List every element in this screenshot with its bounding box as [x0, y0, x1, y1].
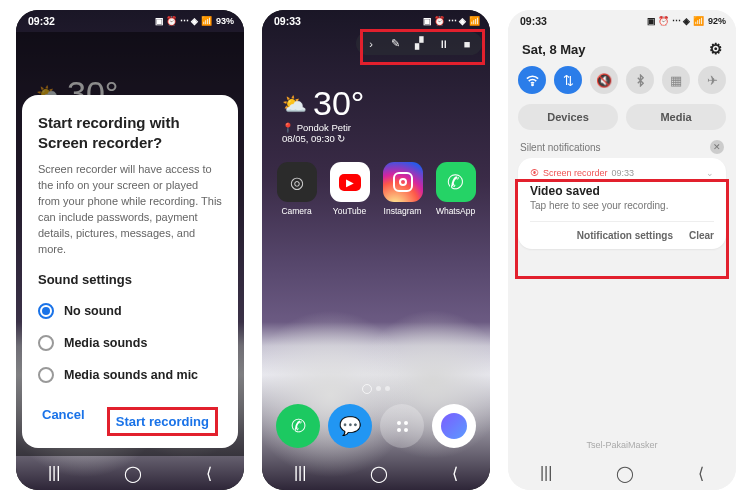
- home-page-dot: [362, 384, 372, 394]
- pause-icon[interactable]: ⏸: [436, 38, 450, 50]
- app-row: ◎ Camera ▶ YouTube Instagram ✆ WhatsApp: [262, 162, 490, 216]
- clear-button[interactable]: Clear: [689, 230, 714, 241]
- status-time: 09:33: [520, 15, 547, 27]
- pointer-icon[interactable]: ›: [364, 38, 378, 50]
- selfie-icon[interactable]: ▞: [412, 37, 426, 50]
- screen-recorder-dialog: Start recording with Screen recorder? Sc…: [22, 95, 238, 448]
- app-instagram[interactable]: Instagram: [379, 162, 427, 216]
- notif-body: Tap here to see your recording.: [530, 200, 714, 211]
- option-media-and-mic[interactable]: Media sounds and mic: [38, 359, 222, 391]
- nav-bar: ||| ◯ ⟨: [508, 456, 736, 490]
- nav-bar: ||| ◯ ⟨: [262, 456, 490, 490]
- status-indicators: ▣ ⏰ ⋯ ◈ 📶 92%: [647, 16, 726, 26]
- qs-portrait-icon[interactable]: ▦: [662, 66, 690, 94]
- nav-home-icon[interactable]: ◯: [110, 458, 156, 489]
- dock-messages-icon[interactable]: 💬: [328, 404, 372, 448]
- status-bar: 09:33 ▣ ⏰ ⋯ ◈ 📶: [262, 10, 490, 32]
- stop-icon[interactable]: ■: [460, 38, 474, 50]
- shade-date: Sat, 8 May: [522, 42, 586, 57]
- nav-back-icon[interactable]: ⟨: [192, 458, 226, 489]
- qs-airplane-icon[interactable]: ✈: [698, 66, 726, 94]
- cancel-button[interactable]: Cancel: [42, 407, 85, 436]
- nav-back-icon[interactable]: ⟨: [684, 458, 718, 489]
- pin-icon: 📍: [282, 122, 294, 133]
- dock-phone-icon[interactable]: ✆: [276, 404, 320, 448]
- weather-widget[interactable]: ⛅ 30°: [282, 84, 364, 123]
- status-time: 09:33: [274, 15, 301, 27]
- nav-home-icon[interactable]: ◯: [602, 458, 648, 489]
- status-time: 09:32: [28, 15, 55, 27]
- radio-icon: [38, 367, 54, 383]
- nav-back-icon[interactable]: ⟨: [438, 458, 472, 489]
- dock-apps-icon[interactable]: [380, 404, 424, 448]
- sound-options: No sound Media sounds Media sounds and m…: [38, 295, 222, 391]
- silent-notifications-label: Silent notifications: [520, 142, 601, 153]
- whatsapp-icon: ✆: [436, 162, 476, 202]
- location-widget[interactable]: 📍 Pondok Petir 08/05, 09:30 ↻: [282, 122, 351, 144]
- phone-screen-2: 09:33 ▣ ⏰ ⋯ ◈ 📶 › ✎ ▞ ⏸ ■ ⛅ 30° 📍 Pondok…: [262, 10, 490, 490]
- app-whatsapp[interactable]: ✆ WhatsApp: [432, 162, 480, 216]
- radio-icon: [38, 335, 54, 351]
- dock-internet-icon[interactable]: [432, 404, 476, 448]
- status-bar: 09:32 ▣ ⏰ ⋯ ◈ 📶 93%: [16, 10, 244, 32]
- camera-icon: ◎: [277, 162, 317, 202]
- start-recording-button[interactable]: Start recording: [107, 407, 218, 436]
- radio-icon: [38, 303, 54, 319]
- nav-recents-icon[interactable]: |||: [34, 458, 74, 488]
- nav-home-icon[interactable]: ◯: [356, 458, 402, 489]
- notif-app-name: Screen recorder: [543, 168, 608, 178]
- record-app-icon: ⦿: [530, 168, 539, 178]
- quick-settings: ⇅ 🔇 ▦ ✈: [518, 66, 726, 104]
- expand-icon[interactable]: ⌄: [706, 168, 714, 178]
- device-media-row: Devices Media: [518, 104, 726, 130]
- settings-icon[interactable]: ⚙: [709, 40, 722, 58]
- nav-recents-icon[interactable]: |||: [280, 458, 320, 488]
- qs-bluetooth-icon[interactable]: [626, 66, 654, 94]
- qs-wifi-icon[interactable]: [518, 66, 546, 94]
- nav-recents-icon[interactable]: |||: [526, 458, 566, 488]
- phone-screen-1: 09:32 ▣ ⏰ ⋯ ◈ 📶 93% ⛅ 30° Start recordin…: [16, 10, 244, 490]
- dialog-description: Screen recorder will have access to the …: [38, 162, 222, 258]
- notification-settings-button[interactable]: Notification settings: [577, 230, 673, 241]
- dismiss-silent-icon[interactable]: ✕: [710, 140, 724, 154]
- qs-sound-icon[interactable]: 🔇: [590, 66, 618, 94]
- page-indicator: [262, 386, 490, 394]
- status-bar: 09:33 ▣ ⏰ ⋯ ◈ 📶 92%: [508, 10, 736, 32]
- media-chip[interactable]: Media: [626, 104, 726, 130]
- weather-temp: 30°: [313, 84, 364, 123]
- carrier-label: Tsel-PakaiMasker: [508, 440, 736, 450]
- nav-bar: ||| ◯ ⟨: [16, 456, 244, 490]
- dock: ✆ 💬: [272, 404, 480, 448]
- weather-icon: ⛅: [282, 92, 307, 116]
- sound-settings-heading: Sound settings: [38, 272, 222, 287]
- notification-card[interactable]: ⦿ Screen recorder 09:33 ⌄ Video saved Ta…: [518, 158, 726, 249]
- youtube-icon: ▶: [330, 162, 370, 202]
- app-camera[interactable]: ◎ Camera: [273, 162, 321, 216]
- notif-title: Video saved: [530, 184, 714, 198]
- notification-shade: Sat, 8 May ⚙ ⇅ 🔇 ▦ ✈ Devices Media Silen…: [508, 32, 736, 456]
- draw-icon[interactable]: ✎: [388, 37, 402, 50]
- instagram-icon: [383, 162, 423, 202]
- status-indicators: ▣ ⏰ ⋯ ◈ 📶 93%: [155, 16, 234, 26]
- status-indicators: ▣ ⏰ ⋯ ◈ 📶: [423, 16, 480, 26]
- dialog-title: Start recording with Screen recorder?: [38, 113, 222, 152]
- phone-screen-3: 09:33 ▣ ⏰ ⋯ ◈ 📶 92% Sat, 8 May ⚙ ⇅ 🔇 ▦ ✈…: [508, 10, 736, 490]
- option-no-sound[interactable]: No sound: [38, 295, 222, 327]
- app-youtube[interactable]: ▶ YouTube: [326, 162, 374, 216]
- qs-data-icon[interactable]: ⇅: [554, 66, 582, 94]
- notif-time: 09:33: [612, 168, 635, 178]
- recorder-toolbar[interactable]: › ✎ ▞ ⏸ ■: [356, 32, 482, 55]
- svg-point-0: [531, 84, 532, 85]
- option-media-sounds[interactable]: Media sounds: [38, 327, 222, 359]
- devices-chip[interactable]: Devices: [518, 104, 618, 130]
